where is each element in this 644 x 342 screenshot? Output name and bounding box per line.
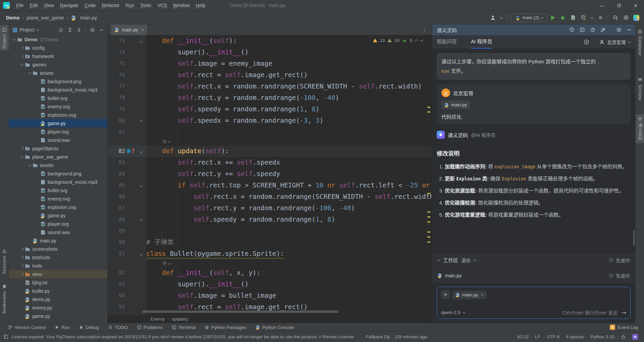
tree-row-enemy.svg[interactable]: enemy.svg: [9, 194, 107, 203]
hide-panel-icon[interactable]: [99, 27, 104, 33]
tree-row-plane_war_game[interactable]: plane_war_game: [9, 153, 107, 161]
tree-row-venv[interactable]: venv: [9, 270, 107, 278]
line-number[interactable]: 87: [108, 203, 125, 214]
settings-gear-icon[interactable]: [623, 15, 629, 21]
tool-window-button-python-packages[interactable]: Python Packages: [205, 325, 247, 330]
code-text[interactable]: self.rect = self.image.get_rect(): [146, 69, 432, 81]
code-text[interactable]: self.image = enemy_image: [146, 58, 432, 69]
tree-chevron-icon[interactable]: [27, 72, 33, 74]
warning-stripe-mark[interactable]: [427, 231, 430, 233]
tree-row-player.svg[interactable]: player.svg: [9, 220, 107, 228]
navigate-up-arrow-icon[interactable]: ↑: [131, 147, 136, 155]
warning-stripe-mark[interactable]: [427, 211, 430, 213]
tree-row-framework[interactable]: framework: [9, 52, 107, 60]
panel-gear-icon[interactable]: [616, 27, 622, 33]
user-dropdown-icon[interactable]: [500, 15, 503, 19]
collapse-icon[interactable]: [437, 258, 440, 261]
panel-settings-gear-icon[interactable]: [90, 27, 95, 33]
menu-edit[interactable]: Edit: [27, 0, 41, 11]
tool-window-button-todo[interactable]: TODO: [108, 325, 128, 330]
tool-window-button-debug[interactable]: Debug: [79, 325, 99, 330]
gutter-line-94[interactable]: 94: [108, 290, 146, 301]
editor-tab-main-py[interactable]: main.py ×: [111, 24, 147, 35]
tool-window-tab-project[interactable]: Project: [0, 25, 9, 51]
code-text[interactable]: def __init__(self, x, y):: [146, 267, 432, 279]
gutter-line-86[interactable]: 86: [108, 191, 146, 203]
fold-marker-icon[interactable]: [139, 149, 143, 153]
fold-marker-icon[interactable]: [139, 120, 143, 123]
locate-file-icon[interactable]: [58, 27, 63, 33]
line-number[interactable]: 94: [108, 290, 125, 301]
code-text[interactable]: self.speedy = random.randrange(1, 8): [146, 214, 432, 225]
context-file-chip[interactable]: main.py: [441, 101, 470, 109]
gutter-line-88[interactable]: 88: [108, 214, 146, 225]
lingma-logo-icon[interactable]: [633, 15, 639, 21]
tree-row-background.png[interactable]: background.png: [9, 77, 107, 86]
tree-row-testSuits[interactable]: testSuits: [9, 253, 107, 262]
tree-chevron-icon[interactable]: [11, 39, 17, 40]
tree-chevron-icon[interactable]: [19, 265, 25, 267]
tree-chevron-icon[interactable]: [19, 248, 25, 250]
menu-file[interactable]: File: [13, 0, 27, 11]
tree-row-explosion.svg[interactable]: explosion.svg: [9, 111, 107, 119]
run-marker-icon[interactable]: [126, 149, 131, 153]
line-number[interactable]: 91: [108, 248, 125, 260]
gutter-line-90[interactable]: 90: [108, 237, 146, 248]
panel-scrollbar[interactable]: [633, 230, 635, 246]
gutter-line-79[interactable]: 79: [108, 104, 146, 115]
line-number[interactable]: 81: [108, 126, 125, 138]
breadcrumb-item-Demo[interactable]: Demo: [6, 15, 19, 20]
gutter-line-84[interactable]: 84: [108, 168, 146, 180]
code-text[interactable]: super().__init__(): [146, 279, 432, 290]
code-text[interactable]: self.rect.y += self.speedy: [146, 168, 432, 180]
gutter-line-82[interactable]: 82↑: [108, 146, 146, 157]
menu-view[interactable]: View: [41, 0, 57, 11]
code-text[interactable]: super().__init__(): [146, 47, 432, 58]
tool-window-tab-sciview[interactable]: SciView: [636, 75, 644, 103]
breadcrumb-method[interactable]: update(): [172, 317, 189, 322]
tree-chevron-icon[interactable]: [19, 47, 25, 49]
gutter-line-81[interactable]: 81: [108, 126, 146, 138]
status-widget-LF[interactable]: LF: [535, 334, 540, 339]
breadcrumb-class[interactable]: Enemy: [151, 317, 165, 322]
tree-row-bjhg.txt[interactable]: bjhg.txt: [9, 278, 107, 287]
fold-marker-icon[interactable]: [139, 183, 143, 187]
prev-issue-icon[interactable]: [414, 39, 418, 43]
fold-marker-icon[interactable]: [139, 39, 143, 43]
gutter-line-93[interactable]: 93: [108, 279, 146, 290]
tree-row-game.py[interactable]: game.py: [9, 119, 107, 127]
line-number[interactable]: 82: [108, 146, 125, 157]
breadcrumb-item-main.py[interactable]: main.py: [71, 15, 97, 20]
tree-chevron-icon[interactable]: [19, 256, 25, 259]
tree-chevron-icon[interactable]: [19, 147, 25, 150]
fallback-notification-text[interactable]: Fallback Op... (29 minutes ago: [366, 334, 427, 339]
line-number[interactable]: 78: [108, 92, 125, 104]
warning-stripe-mark[interactable]: [427, 236, 430, 238]
inline-ai-action[interactable]: [146, 260, 170, 267]
tool-window-button-version-control[interactable]: Version Control: [8, 325, 46, 330]
tree-row-enemy.svg[interactable]: enemy.svg: [9, 102, 107, 111]
user-account-icon[interactable]: [490, 15, 496, 21]
code-text[interactable]: # 子弹类: [146, 237, 432, 248]
help-icon[interactable]: [590, 27, 595, 33]
warning-stripe-mark[interactable]: [427, 107, 430, 108]
menu-code[interactable]: Code: [82, 0, 99, 11]
inline-ai-action[interactable]: [146, 138, 170, 146]
tree-row-assets[interactable]: assets: [9, 69, 107, 77]
code-text[interactable]: if self.rect.top > SCREEN_HEIGHT + 10 or…: [146, 180, 432, 191]
menu-refactor[interactable]: Refactor: [99, 0, 123, 11]
line-number[interactable]: 80: [108, 115, 125, 126]
tree-row-bullet.svg[interactable]: bullet.svg: [9, 94, 107, 102]
status-widget-Python-3-10[interactable]: Python 3.10: [590, 334, 614, 339]
add-context-button[interactable]: +: [441, 290, 450, 299]
line-number[interactable]: 85: [108, 180, 125, 191]
code-text[interactable]: self.image = bullet_image: [146, 290, 432, 301]
workspace-filter[interactable]: 最新: [462, 257, 471, 264]
run-button[interactable]: [551, 15, 555, 20]
tree-row-assets[interactable]: assets: [9, 161, 107, 169]
unlock-icon[interactable]: [621, 334, 626, 339]
gutter-line-95[interactable]: 95: [108, 301, 146, 313]
line-number[interactable]: 76: [108, 69, 125, 81]
gutter-line-77[interactable]: 77: [108, 81, 146, 92]
line-number[interactable]: 73: [108, 35, 125, 47]
